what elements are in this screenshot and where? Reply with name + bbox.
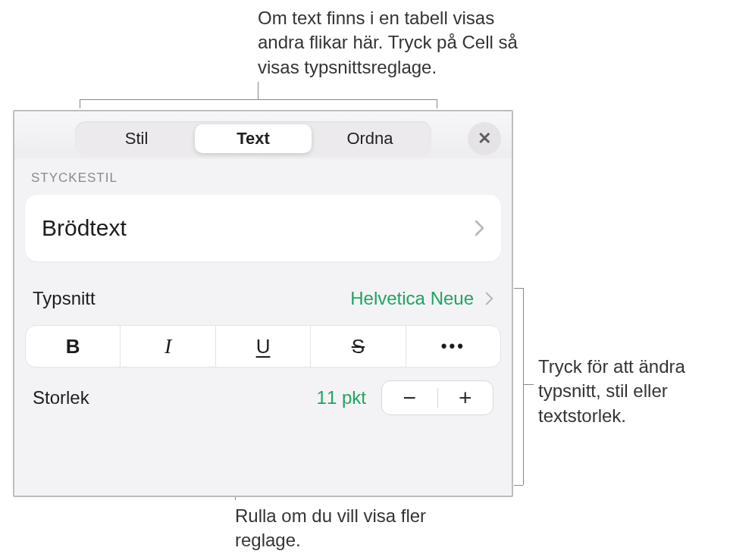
callout-scroll: Rulla om du vill visa fler reglage. [235,504,432,553]
leader-line [437,99,437,108]
bold-button[interactable]: B [26,326,121,367]
leader-line [258,82,258,99]
font-label: Typsnitt [33,288,96,309]
font-value: Helvetica Neue [350,288,474,309]
tab-stil[interactable]: Stil [78,124,195,153]
size-decrease-button[interactable]: − [382,381,437,415]
section-label-paragraph-style: STYCKESTIL [14,158,512,192]
chevron-right-icon [484,291,493,306]
close-button[interactable]: ✕ [468,122,501,155]
size-stepper: − + [381,380,493,415]
leader-line [514,288,523,289]
leader-line [514,485,523,486]
paragraph-style-row[interactable]: Brödtext [25,195,501,261]
leader-line [523,288,524,485]
size-value: 11 pkt [317,387,366,408]
format-inspector-panel: Stil Text Ordna ✕ STYCKESTIL Brödtext Ty… [13,110,513,497]
size-label: Storlek [33,387,89,408]
leader-line [80,99,437,100]
tab-segmented-control: Stil Text Ordna [75,121,431,156]
chevron-right-icon [474,219,484,237]
leader-line [523,384,534,385]
close-icon: ✕ [478,129,491,149]
text-style-button-group: B I U S ••• [25,325,501,368]
size-row: Storlek 11 pkt − + [25,375,501,421]
italic-button[interactable]: I [121,326,215,367]
callout-tabs: Om text finns i en tabell visas andra fl… [258,6,546,80]
panel-header: Stil Text Ordna ✕ [14,111,512,158]
tab-text[interactable]: Text [195,124,312,153]
paragraph-style-value: Brödtext [42,215,127,241]
tab-ordna[interactable]: Ordna [312,124,428,153]
size-increase-button[interactable]: + [438,381,493,415]
more-options-button[interactable]: ••• [406,326,500,367]
underline-button[interactable]: U [216,326,311,367]
callout-font: Tryck för att ändra typsnitt, stil eller… [538,355,720,428]
font-row[interactable]: Typsnitt Helvetica Neue [25,277,501,321]
leader-line [80,99,80,108]
strikethrough-button[interactable]: S [311,326,406,367]
